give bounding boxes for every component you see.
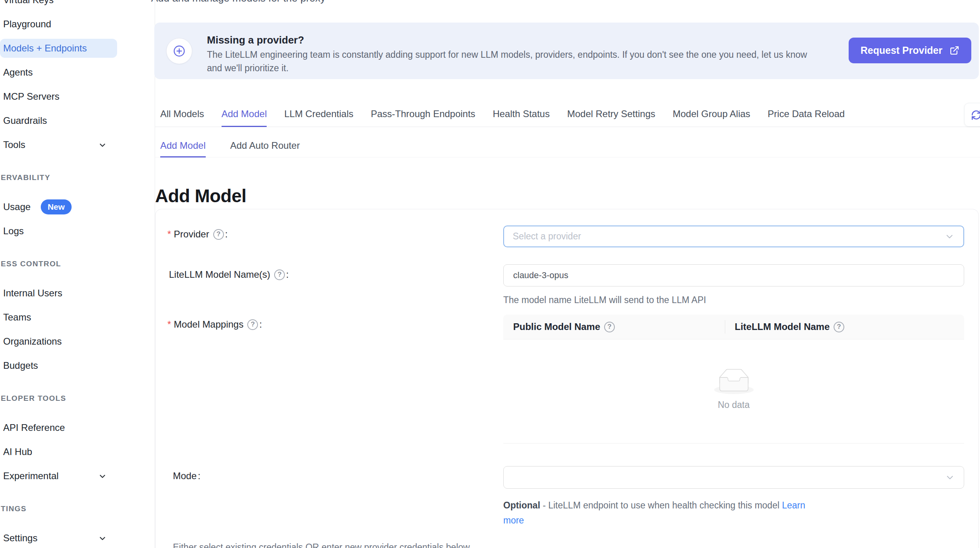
sidebar-item-logs[interactable]: Logs bbox=[0, 222, 155, 241]
request-provider-label: Request Provider bbox=[861, 45, 942, 56]
sidebar-item-agents[interactable]: Agents bbox=[0, 63, 155, 82]
provider-select[interactable]: Select a provider bbox=[503, 226, 964, 247]
sidebar-item-label: Budgets bbox=[3, 360, 38, 371]
help-circle-icon[interactable]: ? bbox=[604, 322, 615, 332]
tab-all-models[interactable]: All Models bbox=[160, 102, 204, 127]
model-tabs: All Models Add Model LLM Credentials Pas… bbox=[155, 102, 980, 127]
sidebar-item-teams[interactable]: Teams bbox=[0, 308, 155, 327]
chevron-down-icon bbox=[98, 472, 107, 481]
empty-state: No data bbox=[503, 339, 964, 444]
sidebar-nav: Virtual Keys Playground Models + Endpoin… bbox=[0, 0, 155, 548]
tab-model-group-alias[interactable]: Model Group Alias bbox=[673, 102, 750, 127]
sidebar-section-settings: TINGS bbox=[0, 503, 155, 515]
mode-help: Optional - LiteLLM endpoint to use when … bbox=[503, 498, 824, 528]
sidebar-item-experimental[interactable]: Experimental bbox=[0, 466, 155, 485]
external-link-icon bbox=[950, 46, 959, 55]
mode-label: Mode bbox=[173, 470, 201, 482]
chevron-down-icon bbox=[98, 534, 107, 543]
request-provider-button[interactable]: Request Provider bbox=[849, 38, 971, 63]
help-circle-icon[interactable]: ? bbox=[834, 322, 844, 332]
page-subtitle: Add and manage models for the proxy bbox=[151, 0, 326, 4]
sidebar-section-observability: ERVABILITY bbox=[0, 172, 155, 184]
mode-help-bold: Optional bbox=[503, 500, 540, 510]
sidebar-item-label: Playground bbox=[3, 19, 51, 30]
model-name-input[interactable] bbox=[503, 264, 964, 286]
mode-help-text: - LiteLLM endpoint to use when health ch… bbox=[540, 500, 782, 510]
sidebar-item-label: Logs bbox=[3, 226, 24, 237]
mode-select[interactable] bbox=[503, 466, 964, 489]
sidebar-item-usage[interactable]: Usage New bbox=[0, 197, 155, 216]
sidebar-item-label: Organizations bbox=[3, 336, 62, 347]
sidebar-section-access-control: ESS CONTROL bbox=[0, 258, 155, 270]
new-badge: New bbox=[41, 199, 71, 214]
sidebar-item-label: AI Hub bbox=[3, 446, 32, 457]
sidebar-item-label: Experimental bbox=[3, 470, 59, 482]
sidebar-item-playground[interactable]: Playground bbox=[0, 15, 155, 34]
model-mappings-table: Public Model Name ? LiteLLM Model Name ?… bbox=[503, 315, 964, 444]
sidebar-item-virtual-keys[interactable]: Virtual Keys bbox=[0, 0, 155, 9]
tab-model-retry-settings[interactable]: Model Retry Settings bbox=[567, 102, 655, 127]
provider-label: Provider ? bbox=[167, 229, 227, 240]
help-circle-icon[interactable]: ? bbox=[213, 229, 224, 240]
tab-add-model[interactable]: Add Model bbox=[222, 102, 267, 127]
sidebar-item-label: Tools bbox=[3, 139, 25, 150]
banner-title: Missing a provider? bbox=[207, 33, 824, 47]
tab-price-data-reload[interactable]: Price Data Reload bbox=[768, 102, 845, 127]
sidebar-item-label: Teams bbox=[3, 312, 31, 323]
no-data-text: No data bbox=[718, 400, 750, 410]
sidebar-item-label: Internal Users bbox=[3, 288, 62, 299]
sidebar-item-label: API Reference bbox=[3, 422, 65, 433]
refresh-icon bbox=[971, 110, 980, 120]
empty-inbox-icon bbox=[714, 369, 754, 394]
help-circle-icon[interactable]: ? bbox=[247, 319, 258, 330]
chevron-down-icon bbox=[98, 141, 107, 150]
sidebar-item-organizations[interactable]: Organizations bbox=[0, 332, 155, 351]
sidebar-item-tools[interactable]: Tools bbox=[0, 135, 155, 154]
chevron-down-icon bbox=[945, 472, 955, 483]
sidebar-item-label: Agents bbox=[3, 67, 33, 78]
sidebar-item-label: Settings bbox=[3, 533, 38, 544]
sidebar-item-mcp-servers[interactable]: MCP Servers bbox=[0, 87, 155, 106]
credentials-note: Either select existing credentials OR en… bbox=[173, 542, 470, 548]
sidebar: Virtual Keys Playground Models + Endpoin… bbox=[0, 0, 155, 548]
sidebar-item-models-endpoints[interactable]: Models + Endpoints bbox=[0, 39, 117, 58]
tab-llm-credentials[interactable]: LLM Credentials bbox=[284, 102, 353, 127]
sidebar-item-label: Guardrails bbox=[3, 115, 47, 126]
column-divider bbox=[725, 320, 725, 334]
column-public-model-name: Public Model Name ? bbox=[503, 315, 725, 339]
tab-health-status[interactable]: Health Status bbox=[493, 102, 550, 127]
sidebar-item-label: Virtual Keys bbox=[3, 0, 54, 6]
page-title: Add Model bbox=[155, 185, 246, 207]
model-mappings-label: Model Mappings ? bbox=[167, 319, 262, 330]
refresh-button[interactable] bbox=[964, 103, 980, 127]
chevron-down-icon bbox=[944, 231, 955, 242]
provider-placeholder: Select a provider bbox=[513, 231, 944, 242]
sidebar-item-budgets[interactable]: Budgets bbox=[0, 356, 155, 375]
sidebar-item-label: Usage bbox=[3, 201, 30, 212]
model-name-label: LiteLLM Model Name(s) ? bbox=[169, 269, 289, 280]
subtab-add-auto-router[interactable]: Add Auto Router bbox=[230, 135, 300, 157]
plus-circle-icon bbox=[166, 38, 192, 64]
column-litellm-model-name: LiteLLM Model Name ? bbox=[725, 315, 844, 339]
sidebar-item-api-reference[interactable]: API Reference bbox=[0, 418, 155, 437]
sidebar-item-label: MCP Servers bbox=[3, 91, 59, 102]
sidebar-item-label: Models + Endpoints bbox=[3, 43, 87, 54]
banner-text: Missing a provider? The LiteLLM engineer… bbox=[207, 33, 824, 75]
subtab-add-model[interactable]: Add Model bbox=[160, 135, 206, 157]
sidebar-item-internal-users[interactable]: Internal Users bbox=[0, 284, 155, 303]
sidebar-item-ai-hub[interactable]: AI Hub bbox=[0, 442, 155, 461]
tab-pass-through-endpoints[interactable]: Pass-Through Endpoints bbox=[371, 102, 475, 127]
add-model-subtabs: Add Model Add Auto Router bbox=[155, 135, 980, 157]
sidebar-item-guardrails[interactable]: Guardrails bbox=[0, 111, 155, 130]
help-circle-icon[interactable]: ? bbox=[274, 269, 285, 280]
sidebar-section-developer-tools: ELOPER TOOLS bbox=[0, 393, 155, 404]
model-name-help: The model name LiteLLM will send to the … bbox=[503, 295, 706, 305]
sidebar-item-settings[interactable]: Settings bbox=[0, 529, 155, 548]
table-header-row: Public Model Name ? LiteLLM Model Name ? bbox=[503, 315, 964, 339]
banner-body: The LiteLLM engineering team is constant… bbox=[207, 48, 824, 75]
